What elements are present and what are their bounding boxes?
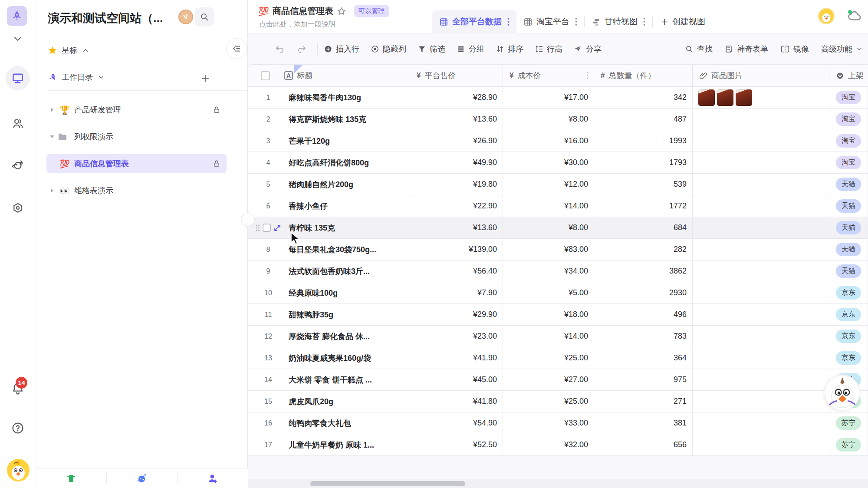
- cell-qty[interactable]: 539: [594, 174, 693, 195]
- cell-cost[interactable]: ¥12.00: [503, 174, 594, 195]
- column-header-images[interactable]: 商品图片: [693, 65, 829, 86]
- product-image-thumb[interactable]: [698, 89, 715, 106]
- share-button[interactable]: 分享: [574, 44, 602, 54]
- cell-platform[interactable]: 京东: [829, 304, 868, 325]
- cell-images[interactable]: [693, 347, 829, 369]
- drag-handle-icon[interactable]: [256, 224, 260, 232]
- cell-title[interactable]: 儿童牛奶早餐奶 原味 1...: [289, 440, 374, 450]
- cell-platform[interactable]: 淘宝: [829, 152, 868, 173]
- table-row[interactable]: 12 厚烧海苔 膨化食品 休... ¥23.00 ¥14.00 783 京东: [248, 326, 868, 347]
- sidebar-search-button[interactable]: [195, 7, 214, 26]
- cell-cost[interactable]: ¥27.00: [503, 369, 594, 390]
- workspace-avatar[interactable]: [7, 6, 27, 26]
- assistant-mascot[interactable]: [824, 374, 860, 411]
- cell-cost[interactable]: ¥5.00: [503, 282, 594, 303]
- table-row[interactable]: 14 大米饼 零食 饼干糕点 ... ¥45.00 ¥27.00 975 京东: [248, 369, 868, 391]
- cell-qty[interactable]: 975: [594, 369, 693, 390]
- cell-images[interactable]: [693, 434, 829, 455]
- row-checkbox[interactable]: [263, 224, 271, 232]
- cell-platform[interactable]: 天猫: [829, 239, 868, 260]
- cell-qty[interactable]: 684: [594, 217, 693, 238]
- tab-all-platform-data[interactable]: 全部平台数据: [432, 10, 516, 33]
- nav-templates-button[interactable]: [6, 153, 30, 177]
- group-button[interactable]: 分组: [457, 44, 484, 54]
- cell-platform[interactable]: 天猫: [829, 217, 868, 238]
- cell-platform[interactable]: 京东: [829, 347, 868, 369]
- cell-platform[interactable]: 天猫: [829, 174, 868, 195]
- add-node-button[interactable]: [199, 72, 212, 85]
- cell-qty[interactable]: 342: [594, 87, 693, 108]
- doc-description-placeholder[interactable]: 点击此处，添加一段说明: [259, 20, 335, 29]
- undo-button[interactable]: [272, 44, 288, 54]
- cell-images[interactable]: [693, 369, 829, 390]
- platform-badge[interactable]: 京东: [836, 330, 861, 343]
- magic-form-button[interactable]: 神奇表单: [725, 44, 768, 54]
- cell-cost[interactable]: ¥25.00: [503, 391, 594, 412]
- cell-cost[interactable]: ¥14.00: [503, 195, 594, 217]
- cell-cost[interactable]: ¥16.00: [503, 130, 594, 152]
- cell-title[interactable]: 好吃点高纤消化饼800g: [289, 158, 369, 168]
- table-row[interactable]: 4 好吃点高纤消化饼800g ¥49.90 ¥30.00 1793 淘宝: [248, 152, 868, 174]
- sort-button[interactable]: 排序: [496, 44, 523, 54]
- create-view-button[interactable]: 创建视图: [653, 10, 713, 33]
- user-avatar[interactable]: [7, 458, 30, 482]
- table-row[interactable]: 2 得克萨斯烧烤味 135克 ¥13.60 ¥8.00 487 淘宝: [248, 109, 868, 130]
- cell-qty[interactable]: 1772: [594, 195, 693, 217]
- product-image-thumb[interactable]: [736, 89, 752, 106]
- cell-price[interactable]: ¥7.90: [410, 282, 503, 303]
- cell-cost[interactable]: ¥17.00: [503, 87, 594, 108]
- platform-badge[interactable]: 苏宁: [836, 438, 861, 452]
- platform-badge[interactable]: 天猫: [836, 243, 861, 256]
- trash-button[interactable]: [36, 468, 106, 488]
- cell-price[interactable]: ¥23.00: [410, 326, 503, 347]
- cell-images[interactable]: [693, 174, 829, 195]
- cell-qty[interactable]: 2930: [594, 282, 693, 303]
- cell-price[interactable]: ¥41.80: [410, 391, 503, 412]
- cell-images[interactable]: [693, 391, 829, 412]
- directory-section-header[interactable]: 工作目录: [48, 72, 105, 82]
- column-header-qty[interactable]: # 总数量（件）: [594, 65, 693, 86]
- row-height-button[interactable]: 行高: [535, 44, 562, 54]
- redo-button[interactable]: [294, 44, 309, 54]
- table-row[interactable]: 9 法式软面包香奶味3斤... ¥56.40 ¥34.00 3862 天猫: [248, 260, 868, 282]
- cell-platform[interactable]: 淘宝: [829, 130, 868, 152]
- cell-price[interactable]: ¥19.80: [410, 174, 503, 195]
- cell-qty[interactable]: 496: [594, 304, 693, 325]
- caret-right-icon[interactable]: [46, 188, 58, 193]
- cell-images[interactable]: [693, 239, 829, 260]
- cell-cost[interactable]: ¥18.00: [503, 304, 594, 325]
- cell-title[interactable]: 奶油味夏威夷果160g/袋: [289, 353, 371, 363]
- table-row[interactable]: 13 奶油味夏威夷果160g/袋 ¥41.90 ¥25.00 364 京东: [248, 347, 868, 369]
- insert-row-button[interactable]: 插入行: [324, 44, 359, 54]
- cell-title[interactable]: 法式软面包香奶味3斤...: [289, 266, 370, 277]
- nav-workbench-button[interactable]: [6, 66, 30, 90]
- column-menu-kebab[interactable]: [586, 72, 589, 79]
- cell-title[interactable]: 虎皮凤爪20g: [289, 396, 333, 407]
- platform-badge[interactable]: 天猫: [836, 199, 861, 213]
- star-outline-icon[interactable]: [337, 7, 346, 16]
- cell-cost[interactable]: ¥14.00: [503, 326, 594, 347]
- cell-cost[interactable]: ¥30.00: [503, 152, 594, 173]
- cell-cost[interactable]: ¥83.00: [503, 239, 594, 260]
- cell-price[interactable]: ¥26.90: [410, 130, 503, 152]
- mirror-button[interactable]: 镜像: [780, 44, 809, 54]
- cell-title[interactable]: 每日坚果礼盒30袋750g...: [289, 244, 376, 255]
- table-row[interactable]: 1 麻辣味蜀香牛肉130g ¥28.90 ¥17.00 342 淘宝: [248, 87, 868, 109]
- cell-title[interactable]: 香辣小鱼仔: [289, 201, 328, 211]
- cell-platform[interactable]: 京东: [829, 326, 868, 347]
- cell-qty[interactable]: 381: [594, 412, 693, 434]
- tab-menu-kebab[interactable]: [507, 17, 510, 26]
- table-row[interactable]: 16 纯鸭肉零食大礼包 ¥54.90 ¥33.00 381 苏宁: [248, 412, 868, 434]
- cell-cost[interactable]: ¥34.00: [503, 260, 594, 282]
- cell-price[interactable]: ¥45.00: [410, 369, 503, 390]
- table-row[interactable]: 3 芒果干120g ¥26.90 ¥16.00 1993 淘宝: [248, 130, 868, 152]
- cell-cost[interactable]: ¥33.00: [503, 412, 594, 434]
- tab-menu-kebab[interactable]: [575, 17, 577, 26]
- cell-images[interactable]: [693, 304, 829, 325]
- cell-cost[interactable]: ¥32.00: [503, 434, 594, 455]
- platform-badge[interactable]: 京东: [836, 286, 861, 300]
- cell-title[interactable]: 经典原味100g: [289, 288, 338, 298]
- table-row[interactable]: 15 虎皮凤爪20g ¥41.80 ¥25.00 271 苏宁: [248, 391, 868, 412]
- column-header-platform[interactable]: 上架: [829, 65, 868, 86]
- cell-platform[interactable]: 淘宝: [829, 109, 868, 130]
